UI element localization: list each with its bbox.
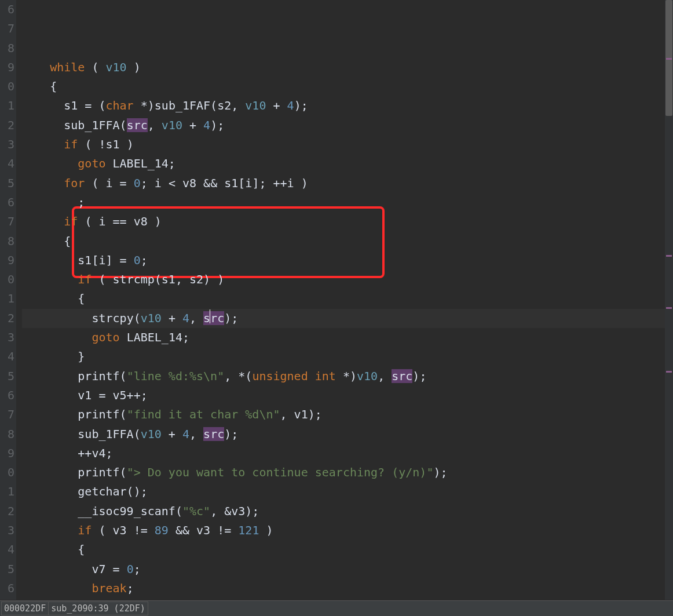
code-token: *) [336,369,357,383]
code-line[interactable]: { [22,232,673,251]
code-line[interactable]: goto LABEL_14; [22,154,673,173]
line-number: 5 [0,367,14,386]
code-token: while [50,60,85,74]
line-number: 6 [0,579,14,598]
code-token: break [92,581,126,595]
code-line[interactable]: if ( i == v8 ) [22,212,673,231]
code-token: sub_1FFA( [64,118,126,132]
code-token: LABEL_14; [120,330,189,344]
code-token: v10 [162,118,182,132]
code-token: strcpy( [92,311,140,325]
code-token: if [78,523,92,537]
code-token: sub_1FFA( [78,427,140,441]
code-token: v7 = [92,562,126,576]
code-line[interactable]: v7 = 0; [22,560,673,579]
code-token: ++v4; [78,446,112,460]
code-line[interactable]: if ( v3 != 89 && v3 != 121 ) [22,521,673,540]
line-number: 0 [0,77,14,96]
line-number: 8 [0,39,14,58]
code-token: { [78,542,85,556]
line-number: 7 [0,19,14,38]
code-token: goto [78,156,105,170]
code-token: printf( [78,407,126,421]
code-line[interactable]: for ( i = 0; i < v8 && s1[i]; ++i ) [22,174,673,193]
code-line[interactable]: sub_1FFA(v10 + 4, src); [22,425,673,444]
line-number: 1 [0,96,14,115]
line-number: 4 [0,347,14,366]
code-line[interactable]: __isoc99_scanf("%c", &v3); [22,502,673,521]
code-token: { [64,234,71,248]
line-number: 3 [0,521,14,540]
code-line[interactable]: if ( strcmp(s1, s2) ) [22,270,673,289]
line-number: 4 [0,154,14,173]
code-line[interactable]: v1 = v5++; [22,386,673,405]
status-function: sub_2090:39 (22DF) [48,602,148,615]
line-number: 2 [0,502,14,521]
line-number: 9 [0,444,14,463]
code-token: __isoc99_scanf( [78,504,182,518]
line-number: 6 [0,0,14,19]
code-token: , [378,369,392,383]
code-token: src [127,118,148,132]
code-token: 121 [238,523,259,537]
line-number: 0 [0,463,14,482]
code-line[interactable]: } [22,347,673,366]
code-area[interactable]: while ( v10 ) { s1 = (char *)sub_1FAF(s2… [16,0,673,600]
code-token: ); [294,99,308,112]
code-line[interactable]: if ( !s1 ) [22,135,673,154]
code-token: v10 [106,60,127,74]
line-number: 2 [0,116,14,135]
line-number: 6 [0,193,14,212]
code-editor[interactable]: 6789012345678901234567890123456 while ( … [0,0,673,600]
code-token: && v3 != [169,523,238,537]
code-token: int [315,369,336,383]
code-line[interactable]: s1[i] = 0; [22,251,673,270]
code-token: ; i < v8 && s1[i]; ++i ) [141,176,308,190]
code-line[interactable]: goto LABEL_14; [22,328,673,347]
code-token: *)sub_1FAF(s2, [134,99,246,112]
code-token: } [78,349,85,363]
code-token: , *( [224,369,252,383]
code-line[interactable]: ; [22,193,673,212]
scrollbar-mark [666,58,672,60]
code-token: + [162,311,182,325]
code-line[interactable]: while ( v10 ) [22,58,673,77]
line-number: 5 [0,560,14,579]
line-number: 8 [0,425,14,444]
line-number: 9 [0,58,14,77]
code-token: "> Do you want to continue searching? (y… [127,465,434,479]
code-line[interactable]: printf("line %d:%s\n", *(unsigned int *)… [22,367,673,386]
code-line[interactable]: { [22,289,673,308]
code-line[interactable]: printf("find it at char %d\n", v1); [22,405,673,424]
code-token: LABEL_14; [106,156,175,170]
code-token: src [203,427,224,441]
line-number: 1 [0,482,14,501]
code-token: ( v3 != [92,523,154,537]
code-token: , [148,118,162,132]
code-line[interactable]: { [22,77,673,96]
code-token: ); [412,369,426,383]
code-token: ); [224,311,238,325]
code-line[interactable]: sub_1FFA(src, v10 + 4); [22,116,673,135]
code-token: , [189,311,203,325]
code-token: + [266,99,287,112]
code-token: char [106,99,134,112]
code-line[interactable]: ++v4; [22,444,673,463]
code-token: ( [85,60,105,74]
status-address: 000022DF [1,602,48,615]
code-token: 89 [155,523,169,537]
code-line[interactable]: strcpy(v10 + 4, src); [22,309,673,328]
code-token: , &v3); [210,504,259,518]
code-line[interactable]: s1 = (char *)sub_1FAF(s2, v10 + 4); [22,96,673,115]
line-number: 7 [0,405,14,424]
code-line[interactable]: { [22,540,673,559]
line-number: 3 [0,328,14,347]
line-number: 5 [0,174,14,193]
code-line[interactable]: getchar(); [22,482,673,501]
vertical-scrollbar[interactable] [665,0,673,600]
code-token: { [78,291,85,305]
code-token: getchar(); [78,484,147,498]
code-line[interactable]: printf("> Do you want to continue search… [22,463,673,482]
code-token: ( i = [85,176,133,190]
code-line[interactable]: break; [22,579,673,598]
